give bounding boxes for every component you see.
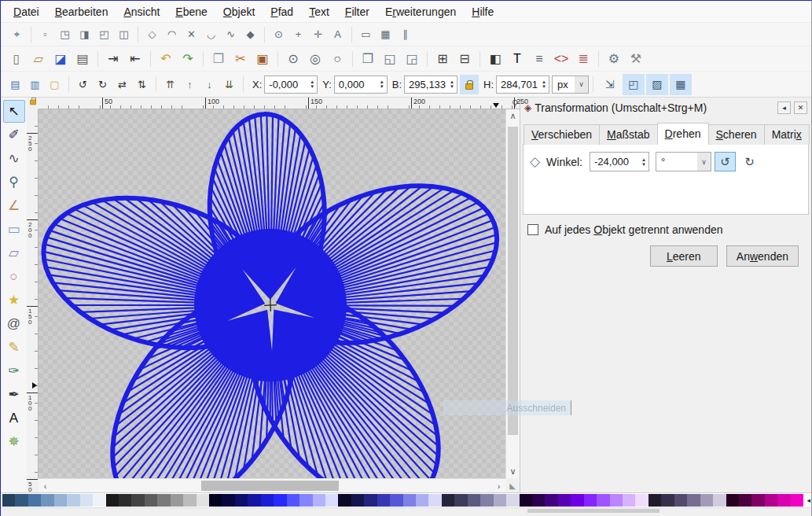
horizontal-scrollbar[interactable]: ‹ › xyxy=(39,478,505,492)
lower[interactable]: ↓ xyxy=(200,75,219,94)
palette-swatch[interactable] xyxy=(468,494,480,507)
star-tool[interactable]: ★ xyxy=(3,289,25,311)
document-canvas[interactable] xyxy=(39,109,505,478)
create-clone[interactable]: ◱ xyxy=(379,48,401,69)
palette-swatch[interactable] xyxy=(403,494,416,507)
menu-filter[interactable]: Filter xyxy=(337,2,377,21)
text-dialog[interactable]: T xyxy=(506,48,528,69)
spinner-arrows-icon[interactable]: ▲▼ xyxy=(539,79,549,89)
palette-swatch[interactable] xyxy=(287,494,299,507)
lock-ratio-toggle[interactable] xyxy=(460,75,479,94)
rotate-cw-button[interactable]: ↻ xyxy=(739,152,760,171)
panel-collapse-button[interactable]: ◂ xyxy=(777,101,791,114)
tweak-tool[interactable]: ∿ xyxy=(3,147,25,170)
width-spinbox[interactable]: 295,133 ▲▼ xyxy=(404,76,457,94)
y-spinbox[interactable]: 0,000 ▲▼ xyxy=(334,76,388,94)
spinner-arrows-icon[interactable]: ▲▼ xyxy=(307,79,317,89)
palette-swatch[interactable] xyxy=(93,494,105,507)
spinner-arrows-icon[interactable]: ▲▼ xyxy=(377,79,387,89)
palette-swatch[interactable] xyxy=(532,494,545,507)
palette-swatch[interactable] xyxy=(571,494,583,507)
cut[interactable]: ✂ xyxy=(230,48,252,69)
angle-unit-combobox[interactable]: ° ∨ xyxy=(656,152,711,171)
palette-swatch[interactable] xyxy=(558,494,571,507)
palette-swatch[interactable] xyxy=(520,494,532,507)
scale-corners-toggle[interactable]: ◰ xyxy=(623,74,645,95)
palette-scroll-thumb[interactable] xyxy=(527,509,660,513)
menu-erweiterungen[interactable]: Erweiterungen xyxy=(377,2,464,21)
palette-swatch[interactable] xyxy=(325,494,338,507)
palette-swatch[interactable] xyxy=(623,494,635,507)
zoom-to-selection[interactable]: ⊙ xyxy=(282,48,304,69)
layers-dialog[interactable]: ≡ xyxy=(528,48,550,69)
palette-swatch[interactable] xyxy=(157,494,170,507)
snap-others[interactable]: ⊙ xyxy=(269,25,288,44)
palette-swatch[interactable] xyxy=(145,494,157,507)
unlink-clone[interactable]: ◲ xyxy=(401,48,423,69)
angle-spinbox[interactable]: -24,000 ▲▼ xyxy=(590,152,649,171)
palette-swatch[interactable] xyxy=(377,494,390,507)
rotate-ccw-button[interactable]: ↺ xyxy=(715,152,736,171)
snap-text-baselines[interactable]: A xyxy=(328,25,347,44)
palette-swatch[interactable] xyxy=(584,494,597,507)
flip-vertical[interactable]: ⇅ xyxy=(132,75,152,94)
x-value[interactable]: -0,000 xyxy=(265,79,307,90)
move-gradients-toggle[interactable]: ▨ xyxy=(646,74,668,95)
palette-swatch[interactable] xyxy=(726,494,739,507)
palette-swatch[interactable] xyxy=(777,494,790,507)
palette-swatch[interactable] xyxy=(67,494,79,507)
palette-swatch[interactable] xyxy=(338,494,351,507)
calligraphy-tool[interactable]: ✒ xyxy=(3,383,25,406)
import[interactable]: ⇥ xyxy=(102,48,124,69)
apply-separately-checkbox[interactable] xyxy=(527,224,538,235)
rectangle-tool[interactable]: ▭ xyxy=(3,218,25,241)
scroll-down-icon[interactable]: ∨ xyxy=(506,465,520,478)
menu-datei[interactable]: Datei xyxy=(6,2,47,21)
palette-swatch[interactable] xyxy=(80,494,93,507)
snap-enable[interactable]: ⌖ xyxy=(7,25,27,44)
xml-editor[interactable]: <> xyxy=(550,48,572,69)
align-dialog[interactable]: ≣ xyxy=(572,48,594,69)
snap-grids[interactable]: ▦ xyxy=(376,25,395,44)
x-spinbox[interactable]: -0,000 ▲▼ xyxy=(264,76,318,94)
print[interactable]: ▤ xyxy=(72,48,94,69)
palette-swatch[interactable] xyxy=(235,494,248,507)
vertical-scrollbar[interactable]: ∧ ∨ xyxy=(505,109,520,478)
tab-matrix[interactable]: Matrix xyxy=(764,124,810,145)
palette-swatch[interactable] xyxy=(364,494,377,507)
snap-object-centers[interactable]: + xyxy=(288,25,308,44)
palette-swatch[interactable] xyxy=(54,494,67,507)
select-all-layers[interactable]: ▥ xyxy=(25,75,45,94)
node-tool[interactable]: ✐ xyxy=(3,123,25,146)
palette-swatch[interactable] xyxy=(648,494,661,507)
palette-swatch[interactable] xyxy=(197,494,209,507)
panel-close-button[interactable]: ✕ xyxy=(794,101,807,114)
palette-swatch[interactable] xyxy=(2,494,15,507)
palette-swatch[interactable] xyxy=(428,494,441,507)
ellipse-tool[interactable]: ○ xyxy=(3,265,25,288)
unit-combobox[interactable]: px ∨ xyxy=(552,76,589,94)
palette-swatch[interactable] xyxy=(454,494,467,507)
palette-swatch[interactable] xyxy=(661,494,674,507)
pencil-tool[interactable]: ✎ xyxy=(3,336,25,359)
flower-drawing[interactable] xyxy=(39,109,505,478)
palette-swatch[interactable] xyxy=(131,494,144,507)
snap-bbox-edge-midpoints[interactable]: ◰ xyxy=(94,25,114,44)
palette-swatch[interactable] xyxy=(739,494,751,507)
palette-swatch[interactable] xyxy=(700,494,713,507)
snap-bounding-box[interactable]: ▫ xyxy=(35,25,55,44)
snap-paths[interactable]: ◠ xyxy=(162,25,182,44)
flip-horizontal[interactable]: ⇄ xyxy=(112,75,132,94)
palette-swatch[interactable] xyxy=(171,494,183,507)
move-patterns-toggle[interactable]: ▦ xyxy=(670,74,692,95)
snap-path-intersections[interactable]: ✕ xyxy=(182,25,201,44)
palette-swatch[interactable] xyxy=(494,494,506,507)
height-value[interactable]: 284,701 xyxy=(497,79,539,90)
menu-ebene[interactable]: Ebene xyxy=(167,2,215,21)
width-value[interactable]: 295,133 xyxy=(405,79,447,90)
apply-button[interactable]: Anwenden xyxy=(726,245,799,267)
palette-swatch[interactable] xyxy=(480,494,493,507)
new-document[interactable]: ▯ xyxy=(6,48,28,69)
snap-nodes[interactable]: ◇ xyxy=(142,25,162,44)
tab-verschieben[interactable]: Verschieben xyxy=(524,124,600,145)
